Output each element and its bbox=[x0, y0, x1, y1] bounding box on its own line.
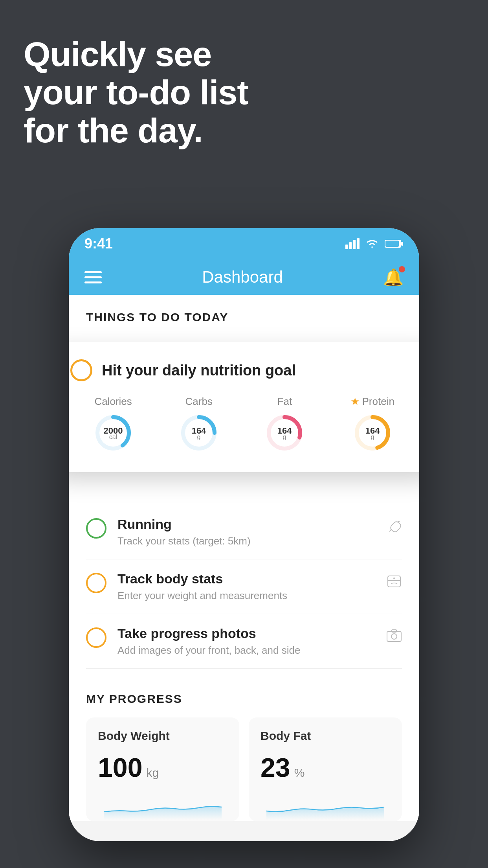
macro-protein-label: ★Protein bbox=[350, 395, 394, 408]
body-weight-title: Body Weight bbox=[98, 729, 227, 743]
photos-check-circle bbox=[86, 627, 106, 648]
body-fat-card: Body Fat 23 % bbox=[249, 717, 402, 821]
svg-text:g: g bbox=[197, 434, 201, 440]
fat-donut: 164 g bbox=[265, 413, 304, 452]
running-subtitle: Track your stats (target: 5km) bbox=[117, 535, 375, 547]
running-check-circle bbox=[86, 518, 106, 539]
body-weight-unit: kg bbox=[146, 766, 159, 780]
nav-bar: Dashboard 🔔 bbox=[69, 259, 419, 295]
svg-rect-0 bbox=[345, 245, 348, 249]
photos-subtitle: Add images of your front, back, and side bbox=[117, 644, 375, 657]
bodystats-subtitle: Enter your weight and measurements bbox=[117, 590, 375, 602]
body-fat-title: Body Fat bbox=[261, 729, 390, 743]
battery-icon bbox=[385, 238, 404, 249]
body-weight-value: 100 bbox=[98, 752, 142, 783]
body-fat-chart bbox=[261, 796, 390, 820]
nutrition-check-circle bbox=[70, 359, 92, 381]
svg-point-27 bbox=[391, 634, 397, 639]
macros-row: Calories 2000 cal Carbs 164 g bbox=[70, 395, 418, 452]
macro-fat-label: Fat bbox=[277, 395, 292, 408]
status-bar: 9:41 bbox=[69, 228, 419, 259]
bodystats-check-circle bbox=[86, 573, 106, 593]
running-text: Running Track your stats (target: 5km) bbox=[117, 517, 375, 547]
svg-rect-5 bbox=[385, 241, 399, 247]
photos-title: Take progress photos bbox=[117, 626, 375, 641]
scale-icon bbox=[386, 574, 402, 592]
content-area: THINGS TO DO TODAY Hit your daily nutrit… bbox=[69, 295, 419, 821]
headline: Quickly see your to-do list for the day. bbox=[24, 35, 248, 149]
status-icons bbox=[345, 238, 404, 249]
carbs-donut: 164 g bbox=[179, 413, 218, 452]
signal-icon bbox=[345, 238, 360, 249]
progress-header: MY PROGRESS bbox=[86, 692, 402, 706]
wifi-icon bbox=[365, 238, 379, 249]
macro-carbs-label: Carbs bbox=[185, 395, 213, 408]
svg-rect-3 bbox=[357, 238, 360, 249]
svg-text:cal: cal bbox=[109, 434, 117, 440]
photo-icon bbox=[386, 629, 402, 647]
body-fat-value: 23 bbox=[261, 752, 290, 783]
phone-shell: 9:41 D bbox=[69, 228, 419, 841]
svg-rect-2 bbox=[353, 240, 356, 249]
body-weight-chart bbox=[98, 796, 227, 820]
svg-rect-1 bbox=[349, 242, 352, 249]
running-icon bbox=[386, 520, 402, 537]
notification-bell[interactable]: 🔔 bbox=[383, 268, 404, 287]
svg-rect-26 bbox=[387, 631, 401, 642]
running-title: Running bbox=[117, 517, 375, 532]
progress-cards: Body Weight 100 kg bbox=[86, 717, 402, 821]
macro-protein: ★Protein 164 g bbox=[350, 395, 394, 452]
star-icon: ★ bbox=[350, 395, 360, 408]
body-fat-unit: % bbox=[294, 766, 305, 780]
nutrition-card-title: Hit your daily nutrition goal bbox=[102, 362, 296, 379]
todo-list: Running Track your stats (target: 5km) T… bbox=[69, 505, 419, 669]
svg-rect-6 bbox=[401, 242, 403, 246]
status-time: 9:41 bbox=[84, 235, 113, 252]
notification-dot bbox=[399, 266, 405, 272]
macro-fat: Fat 164 g bbox=[265, 395, 304, 452]
bodystats-title: Track body stats bbox=[117, 571, 375, 587]
svg-text:g: g bbox=[283, 434, 286, 440]
macro-carbs: Carbs 164 g bbox=[179, 395, 218, 452]
progress-section: MY PROGRESS Body Weight 100 kg bbox=[69, 692, 419, 821]
nav-title: Dashboard bbox=[202, 268, 283, 287]
calories-donut: 2000 cal bbox=[94, 413, 133, 452]
svg-text:g: g bbox=[371, 434, 374, 440]
body-weight-card: Body Weight 100 kg bbox=[86, 717, 239, 821]
svg-point-25 bbox=[393, 577, 395, 579]
todo-item-photos[interactable]: Take progress photos Add images of your … bbox=[86, 614, 402, 669]
todo-item-body-stats[interactable]: Track body stats Enter your weight and m… bbox=[86, 559, 402, 614]
things-to-do-header: THINGS TO DO TODAY bbox=[69, 295, 419, 332]
bodystats-text: Track body stats Enter your weight and m… bbox=[117, 571, 375, 602]
nutrition-card: Hit your daily nutrition goal Calories 2… bbox=[69, 342, 419, 472]
macro-calories-label: Calories bbox=[94, 395, 132, 408]
macro-calories: Calories 2000 cal bbox=[94, 395, 133, 452]
todo-item-running[interactable]: Running Track your stats (target: 5km) bbox=[86, 505, 402, 559]
hamburger-menu[interactable] bbox=[84, 271, 102, 283]
photos-text: Take progress photos Add images of your … bbox=[117, 626, 375, 657]
protein-donut: 164 g bbox=[353, 413, 392, 452]
